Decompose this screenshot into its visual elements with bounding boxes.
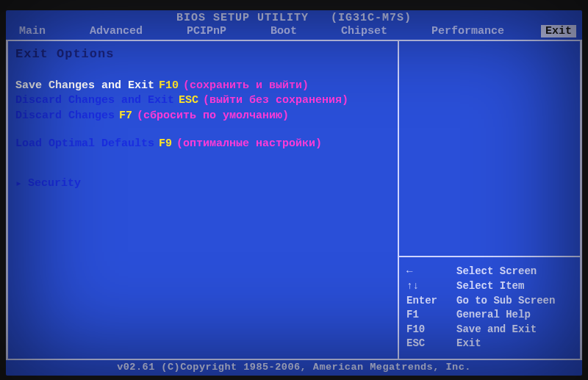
option-label: Load Optimal Defaults	[15, 137, 154, 151]
help-panel: ←Select Screen ↑↓Select Item EnterGo to …	[398, 41, 580, 359]
option-hotkey: F7	[119, 109, 132, 123]
option-hint: (сбросить по умолчанию)	[137, 109, 289, 123]
help-row: F1General Help	[406, 308, 574, 323]
help-row: F10Save and Exit	[406, 323, 574, 337]
tab-exit[interactable]: Exit	[541, 25, 576, 37]
tab-advanced[interactable]: Advanced	[82, 25, 150, 37]
help-key: ↑↓	[406, 279, 449, 294]
options-panel: Exit Options Save Changes and Exit F10 (…	[8, 41, 398, 359]
tab-performance[interactable]: Performance	[424, 25, 512, 37]
option-hotkey: ESC	[179, 93, 198, 108]
tab-main[interactable]: Main	[12, 25, 53, 37]
submenu-label: Security	[28, 177, 81, 190]
option-label: Save Changes and Exit	[15, 79, 154, 93]
help-desc: Exit	[456, 337, 481, 351]
tab-boot[interactable]: Boot	[263, 25, 304, 37]
help-key: F1	[406, 308, 449, 323]
tab-pcipnp[interactable]: PCIPnP	[179, 25, 234, 37]
triangle-right-icon: ▸	[15, 176, 22, 190]
help-row: ESCExit	[406, 337, 574, 351]
option-label: Discard Changes and Exit	[15, 93, 174, 108]
title-bar: BIOS SETUP UTILITY (IG31C-M7S)	[6, 10, 582, 25]
help-desc: Save and Exit	[456, 323, 537, 337]
help-desc: General Help	[456, 308, 531, 323]
option-hint: (сохранить и выйти)	[183, 79, 309, 93]
help-desc: Go to Sub Screen	[456, 294, 555, 309]
help-row: EnterGo to Sub Screen	[406, 294, 574, 309]
help-row: ↑↓Select Item	[406, 279, 574, 294]
section-title: Exit Options	[15, 47, 390, 61]
help-key: Enter	[406, 294, 449, 309]
footer-copyright: v02.61 (C)Copyright 1985-2006, American …	[6, 360, 582, 376]
submenu-security[interactable]: ▸ Security	[15, 176, 390, 190]
help-key: ←	[406, 265, 449, 279]
help-key-list: ←Select Screen ↑↓Select Item EnterGo to …	[399, 256, 580, 359]
help-row: ←Select Screen	[406, 265, 574, 279]
app-title: BIOS SETUP UTILITY	[176, 12, 309, 24]
option-save-exit[interactable]: Save Changes and Exit F10 (сохранить и в…	[15, 79, 390, 93]
option-discard-exit[interactable]: Discard Changes and Exit ESC (выйти без …	[15, 93, 390, 108]
help-key: F10	[406, 323, 449, 337]
help-key: ESC	[406, 337, 449, 351]
board-model: (IG31C-M7S)	[331, 12, 412, 24]
option-discard-changes[interactable]: Discard Changes F7 (сбросить по умолчани…	[15, 109, 390, 123]
help-desc: Select Item	[456, 279, 524, 294]
option-hint: (выйти без сохранения)	[203, 93, 348, 108]
content-panels: Exit Options Save Changes and Exit F10 (…	[6, 40, 582, 360]
option-hint: (оптималные настройки)	[176, 137, 322, 151]
bios-screen: BIOS SETUP UTILITY (IG31C-M7S) Main Adva…	[6, 10, 582, 376]
option-load-defaults[interactable]: Load Optimal Defaults F9 (оптималные нас…	[15, 137, 390, 151]
tab-bar: Main Advanced PCIPnP Boot Chipset Perfor…	[6, 25, 582, 40]
option-hotkey: F9	[159, 137, 172, 151]
tab-chipset[interactable]: Chipset	[334, 25, 395, 37]
help-desc: Select Screen	[456, 265, 537, 279]
option-hotkey: F10	[159, 79, 179, 93]
option-label: Discard Changes	[15, 109, 115, 123]
